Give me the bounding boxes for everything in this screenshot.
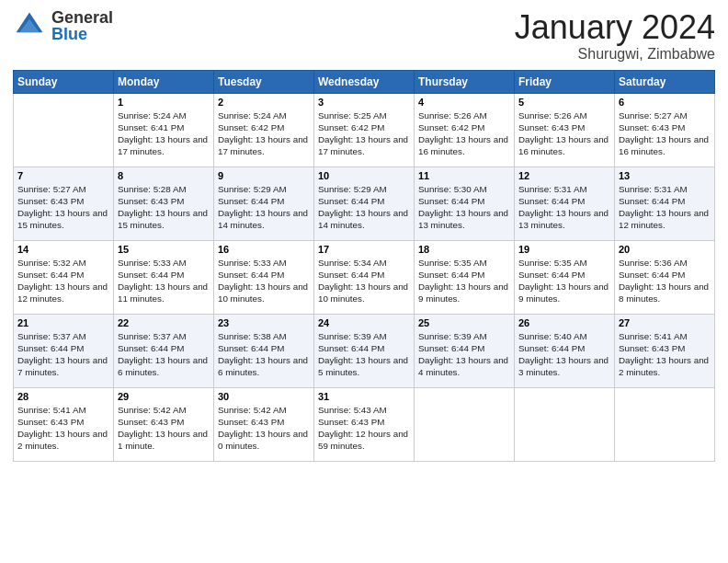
day-number: 4 — [418, 97, 510, 108]
day-number: 12 — [518, 170, 610, 181]
calendar-cell: 3Sunrise: 5:25 AM Sunset: 6:42 PM Daylig… — [314, 93, 415, 167]
day-number: 25 — [418, 317, 510, 328]
day-info: Sunrise: 5:24 AM Sunset: 6:42 PM Dayligh… — [218, 109, 310, 158]
day-info: Sunrise: 5:31 AM Sunset: 6:44 PM Dayligh… — [518, 183, 610, 232]
col-thursday: Thursday — [415, 70, 515, 93]
day-info: Sunrise: 5:35 AM Sunset: 6:44 PM Dayligh… — [518, 257, 610, 305]
calendar-cell: 8Sunrise: 5:28 AM Sunset: 6:43 PM Daylig… — [114, 167, 214, 240]
calendar-cell: 14Sunrise: 5:32 AM Sunset: 6:44 PM Dayli… — [14, 240, 114, 314]
day-number: 13 — [619, 170, 711, 181]
table-row: 28Sunrise: 5:41 AM Sunset: 6:43 PM Dayli… — [14, 387, 715, 461]
calendar-cell: 24Sunrise: 5:39 AM Sunset: 6:44 PM Dayli… — [314, 314, 415, 387]
calendar-cell: 20Sunrise: 5:36 AM Sunset: 6:44 PM Dayli… — [615, 240, 715, 314]
calendar-cell: 7Sunrise: 5:27 AM Sunset: 6:43 PM Daylig… — [14, 167, 114, 240]
day-number: 24 — [318, 317, 410, 328]
table-row: 14Sunrise: 5:32 AM Sunset: 6:44 PM Dayli… — [14, 240, 715, 314]
day-info: Sunrise: 5:41 AM Sunset: 6:43 PM Dayligh… — [619, 330, 711, 379]
calendar-cell: 2Sunrise: 5:24 AM Sunset: 6:42 PM Daylig… — [214, 93, 314, 167]
calendar-cell: 10Sunrise: 5:29 AM Sunset: 6:44 PM Dayli… — [314, 167, 415, 240]
calendar-cell: 22Sunrise: 5:37 AM Sunset: 6:44 PM Dayli… — [114, 314, 214, 387]
header: General Blue January 2024 Shurugwi, Zimb… — [13, 9, 715, 63]
title-location: Shurugwi, Zimbabwe — [515, 46, 715, 63]
logo-general-text: General — [51, 9, 113, 26]
header-row: Sunday Monday Tuesday Wednesday Thursday… — [14, 70, 715, 93]
col-friday: Friday — [515, 70, 615, 93]
day-info: Sunrise: 5:35 AM Sunset: 6:44 PM Dayligh… — [418, 257, 510, 305]
calendar-cell: 25Sunrise: 5:39 AM Sunset: 6:44 PM Dayli… — [415, 314, 515, 387]
day-number: 2 — [218, 97, 310, 108]
day-info: Sunrise: 5:36 AM Sunset: 6:44 PM Dayligh… — [619, 257, 711, 305]
calendar-cell — [515, 387, 615, 461]
day-number: 23 — [218, 317, 310, 328]
calendar-cell — [14, 93, 114, 167]
calendar-cell: 21Sunrise: 5:37 AM Sunset: 6:44 PM Dayli… — [14, 314, 114, 387]
day-number: 21 — [17, 317, 109, 328]
title-month: January 2024 — [515, 9, 715, 46]
day-info: Sunrise: 5:24 AM Sunset: 6:41 PM Dayligh… — [118, 109, 210, 158]
day-number: 28 — [17, 391, 109, 402]
day-info: Sunrise: 5:38 AM Sunset: 6:44 PM Dayligh… — [218, 330, 310, 379]
day-info: Sunrise: 5:25 AM Sunset: 6:42 PM Dayligh… — [318, 109, 410, 158]
day-info: Sunrise: 5:27 AM Sunset: 6:43 PM Dayligh… — [619, 109, 711, 158]
calendar-cell: 18Sunrise: 5:35 AM Sunset: 6:44 PM Dayli… — [415, 240, 515, 314]
day-info: Sunrise: 5:33 AM Sunset: 6:44 PM Dayligh… — [118, 257, 210, 305]
calendar-cell — [615, 387, 715, 461]
day-info: Sunrise: 5:39 AM Sunset: 6:44 PM Dayligh… — [418, 330, 510, 379]
day-info: Sunrise: 5:41 AM Sunset: 6:43 PM Dayligh… — [17, 404, 109, 453]
calendar-cell: 12Sunrise: 5:31 AM Sunset: 6:44 PM Dayli… — [515, 167, 615, 240]
day-number: 17 — [318, 244, 410, 255]
day-number: 22 — [118, 317, 210, 328]
calendar-cell: 5Sunrise: 5:26 AM Sunset: 6:43 PM Daylig… — [515, 93, 615, 167]
logo-text: General Blue — [51, 9, 113, 42]
day-number: 7 — [17, 170, 109, 181]
calendar-table: Sunday Monday Tuesday Wednesday Thursday… — [13, 70, 715, 462]
table-row: 7Sunrise: 5:27 AM Sunset: 6:43 PM Daylig… — [14, 167, 715, 240]
calendar-cell: 17Sunrise: 5:34 AM Sunset: 6:44 PM Dayli… — [314, 240, 415, 314]
logo-blue-text: Blue — [51, 26, 113, 42]
day-number: 18 — [418, 244, 510, 255]
day-number: 11 — [418, 170, 510, 181]
table-row: 21Sunrise: 5:37 AM Sunset: 6:44 PM Dayli… — [14, 314, 715, 387]
logo: General Blue — [13, 9, 113, 42]
calendar-cell: 19Sunrise: 5:35 AM Sunset: 6:44 PM Dayli… — [515, 240, 615, 314]
day-number: 6 — [619, 97, 711, 108]
day-number: 1 — [118, 97, 210, 108]
day-number: 16 — [218, 244, 310, 255]
calendar-cell — [415, 387, 515, 461]
calendar-cell: 9Sunrise: 5:29 AM Sunset: 6:44 PM Daylig… — [214, 167, 314, 240]
day-number: 5 — [518, 97, 610, 108]
day-info: Sunrise: 5:43 AM Sunset: 6:43 PM Dayligh… — [318, 404, 410, 453]
day-info: Sunrise: 5:37 AM Sunset: 6:44 PM Dayligh… — [17, 330, 109, 379]
title-block: January 2024 Shurugwi, Zimbabwe — [515, 9, 715, 63]
col-saturday: Saturday — [615, 70, 715, 93]
calendar-cell: 26Sunrise: 5:40 AM Sunset: 6:44 PM Dayli… — [515, 314, 615, 387]
day-info: Sunrise: 5:26 AM Sunset: 6:42 PM Dayligh… — [418, 109, 510, 158]
day-number: 9 — [218, 170, 310, 181]
calendar-cell: 31Sunrise: 5:43 AM Sunset: 6:43 PM Dayli… — [314, 387, 415, 461]
day-number: 19 — [518, 244, 610, 255]
day-info: Sunrise: 5:26 AM Sunset: 6:43 PM Dayligh… — [518, 109, 610, 158]
calendar-cell: 15Sunrise: 5:33 AM Sunset: 6:44 PM Dayli… — [114, 240, 214, 314]
col-wednesday: Wednesday — [314, 70, 415, 93]
day-info: Sunrise: 5:30 AM Sunset: 6:44 PM Dayligh… — [418, 183, 510, 232]
day-info: Sunrise: 5:32 AM Sunset: 6:44 PM Dayligh… — [17, 257, 109, 305]
day-info: Sunrise: 5:42 AM Sunset: 6:43 PM Dayligh… — [218, 404, 310, 453]
day-info: Sunrise: 5:37 AM Sunset: 6:44 PM Dayligh… — [118, 330, 210, 379]
day-info: Sunrise: 5:31 AM Sunset: 6:44 PM Dayligh… — [619, 183, 711, 232]
col-sunday: Sunday — [14, 70, 114, 93]
day-info: Sunrise: 5:28 AM Sunset: 6:43 PM Dayligh… — [118, 183, 210, 232]
day-number: 29 — [118, 391, 210, 402]
calendar-cell: 28Sunrise: 5:41 AM Sunset: 6:43 PM Dayli… — [14, 387, 114, 461]
day-number: 26 — [518, 317, 610, 328]
calendar-cell: 13Sunrise: 5:31 AM Sunset: 6:44 PM Dayli… — [615, 167, 715, 240]
day-number: 15 — [118, 244, 210, 255]
day-number: 31 — [318, 391, 410, 402]
day-info: Sunrise: 5:39 AM Sunset: 6:44 PM Dayligh… — [318, 330, 410, 379]
calendar-cell: 27Sunrise: 5:41 AM Sunset: 6:43 PM Dayli… — [615, 314, 715, 387]
col-tuesday: Tuesday — [214, 70, 314, 93]
day-info: Sunrise: 5:33 AM Sunset: 6:44 PM Dayligh… — [218, 257, 310, 305]
day-info: Sunrise: 5:29 AM Sunset: 6:44 PM Dayligh… — [218, 183, 310, 232]
day-info: Sunrise: 5:40 AM Sunset: 6:44 PM Dayligh… — [518, 330, 610, 379]
col-monday: Monday — [114, 70, 214, 93]
page: General Blue January 2024 Shurugwi, Zimb… — [0, 0, 728, 563]
